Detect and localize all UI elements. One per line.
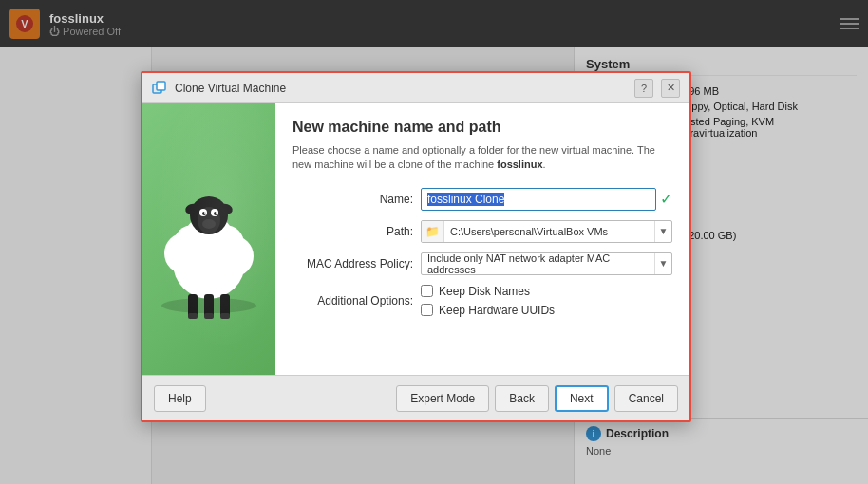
path-value: C:\Users\personal\VirtualBox VMs (444, 226, 654, 237)
mac-label: MAC Address Policy: (292, 257, 421, 270)
keep-disk-names-checkbox[interactable] (421, 285, 433, 297)
modal-title: Clone Virtual Machine (175, 82, 627, 95)
keep-hardware-uuids-row: Keep Hardware UUIDs (421, 304, 672, 317)
svg-rect-22 (188, 294, 198, 317)
modal-titlebar: Clone Virtual Machine ? ✕ (142, 73, 689, 103)
svg-rect-24 (220, 294, 230, 317)
modal-footer: Help Expert Mode Back Next Cancel (142, 375, 689, 420)
svg-point-20 (184, 202, 200, 215)
svg-rect-26 (204, 313, 214, 319)
path-row: Path: 📁 C:\Users\personal\VirtualBox VMs… (292, 220, 672, 243)
mac-dropdown-arrow[interactable]: ▼ (654, 253, 671, 274)
path-dropdown-arrow[interactable]: ▼ (654, 221, 671, 242)
modal-illustration (142, 103, 275, 375)
help-button[interactable]: Help (154, 385, 206, 412)
form-heading: New machine name and path (292, 119, 672, 136)
svg-point-10 (206, 225, 244, 263)
additional-label: Additional Options: (292, 294, 421, 307)
name-row: Name: ✓ (292, 188, 672, 211)
form-description: Please choose a name and optionally a fo… (292, 143, 672, 173)
svg-point-18 (216, 212, 217, 214)
modal-body: New machine name and path Please choose … (142, 103, 689, 375)
svg-point-19 (202, 219, 216, 229)
svg-point-21 (218, 202, 235, 215)
svg-point-7 (212, 235, 254, 277)
back-button[interactable]: Back (495, 385, 549, 412)
path-selector[interactable]: 📁 C:\Users\personal\VirtualBox VMs ▼ (421, 220, 672, 243)
svg-point-17 (204, 212, 206, 214)
clone-vm-dialog: Clone Virtual Machine ? ✕ (141, 71, 691, 422)
svg-point-16 (214, 212, 217, 215)
name-valid-icon: ✓ (660, 190, 672, 208)
svg-rect-23 (204, 294, 214, 317)
svg-rect-27 (220, 313, 230, 319)
name-input[interactable] (421, 188, 656, 211)
mac-value: Include only NAT network adapter MAC add… (422, 252, 654, 275)
svg-point-15 (202, 212, 206, 215)
keep-disk-names-row: Keep Disk Names (421, 285, 672, 298)
svg-point-11 (190, 196, 228, 234)
keep-hardware-uuids-label: Keep Hardware UUIDs (439, 304, 555, 317)
svg-rect-25 (188, 313, 198, 319)
modal-close-button[interactable]: ✕ (661, 79, 680, 98)
svg-point-4 (161, 298, 256, 313)
svg-point-14 (211, 209, 218, 216)
svg-point-9 (174, 225, 212, 263)
expert-mode-button[interactable]: Expert Mode (396, 385, 489, 412)
cancel-button[interactable]: Cancel (614, 385, 678, 412)
keep-hardware-uuids-checkbox[interactable] (421, 304, 433, 316)
name-label: Name: (292, 193, 421, 206)
svg-point-12 (198, 207, 220, 233)
svg-point-8 (184, 214, 234, 264)
modal-help-button[interactable]: ? (634, 79, 653, 98)
path-label: Path: (292, 225, 421, 238)
mac-row: MAC Address Policy: Include only NAT net… (292, 252, 672, 275)
keep-disk-names-label: Keep Disk Names (439, 285, 530, 298)
svg-rect-3 (157, 82, 165, 90)
svg-point-6 (164, 233, 206, 274)
modal-form: New machine name and path Please choose … (275, 103, 689, 375)
folder-icon: 📁 (422, 221, 444, 242)
svg-point-5 (173, 227, 245, 299)
machine-name-strong: fosslinux (497, 158, 542, 170)
mac-select[interactable]: Include only NAT network adapter MAC add… (421, 252, 672, 275)
options-checks: Keep Disk Names Keep Hardware UUIDs (421, 285, 672, 317)
svg-point-13 (199, 209, 207, 216)
additional-options-row: Additional Options: Keep Disk Names Keep… (292, 285, 672, 317)
next-button[interactable]: Next (555, 385, 609, 412)
clone-icon (152, 81, 167, 96)
sheep-svg (157, 154, 261, 325)
